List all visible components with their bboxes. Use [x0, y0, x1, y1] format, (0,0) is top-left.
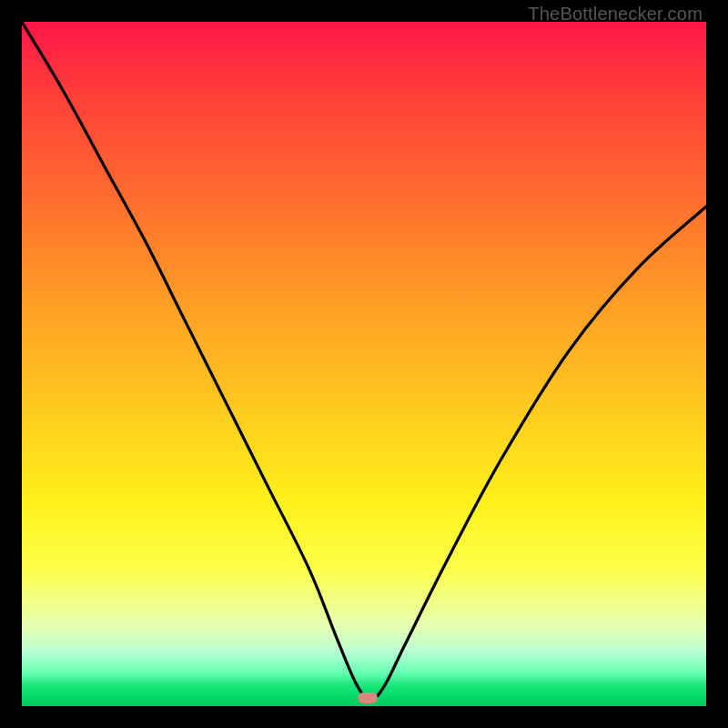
minimum-marker: [358, 693, 378, 703]
chart-frame: TheBottlenecker.com: [0, 0, 728, 728]
plot-area: [22, 22, 706, 706]
bottleneck-curve: [22, 22, 706, 706]
